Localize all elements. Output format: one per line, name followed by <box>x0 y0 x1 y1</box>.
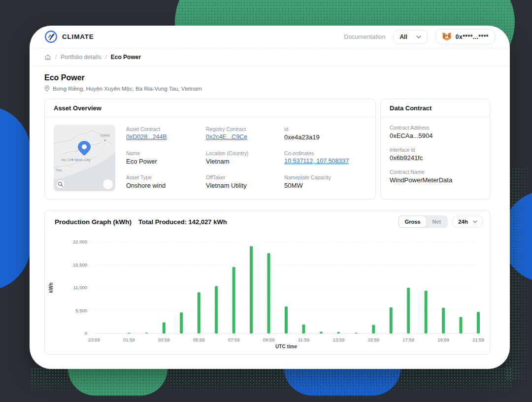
breadcrumb-separator: / <box>55 54 57 61</box>
registry-contract-link[interactable]: 0x2c4E...C9Ce <box>206 134 277 140</box>
asset-overview-body: Dalat Ho Chi Minh City Tho <box>45 118 375 199</box>
decor-blue-blob-left <box>0 106 31 291</box>
overview-row: Asset Overview Dalat <box>44 99 490 200</box>
y-tick-label: 16,500 <box>73 262 87 268</box>
x-tick-label: 23:59 <box>88 337 100 342</box>
gross-net-toggle: Gross Net <box>398 215 448 228</box>
production-graph-header: Production Graph (kWh) Total Produced: 1… <box>45 210 490 232</box>
metamask-fox-icon <box>442 32 452 41</box>
climate-logo-icon <box>44 30 58 43</box>
chart-bar <box>302 324 305 334</box>
x-tick-label: 17:59 <box>402 337 414 342</box>
field-asset-contract: Asset Contract 0xD028...244B <box>126 126 199 143</box>
map-zoom-button[interactable] <box>56 180 65 189</box>
chart-bar <box>285 306 288 334</box>
top-bar: CLIMATE Documentation All <box>30 26 510 48</box>
chart-bar <box>442 308 445 334</box>
brand-name: CLIMATE <box>62 33 94 40</box>
data-contract-title: Data Contract <box>381 99 490 118</box>
breadcrumb-portfolio-details[interactable]: Portfolio details <box>61 54 101 61</box>
field-name: Name Eco Power <box>126 150 199 167</box>
y-tick-label: 11,000 <box>73 285 87 290</box>
asset-overview-title: Asset Overview <box>45 99 375 118</box>
map-label-hcmc: Ho Chi Minh City <box>61 158 91 162</box>
stage: CLIMATE Documentation All <box>0 0 532 402</box>
x-tick-label: 19:59 <box>437 337 449 342</box>
app-panel: CLIMATE Documentation All <box>30 26 510 369</box>
chart-bar <box>407 288 410 334</box>
total-produced-label: Total Produced: 142,027 kWh <box>138 218 227 226</box>
page-title: Eco Power <box>44 73 490 82</box>
coordinates-link[interactable]: 10.537112, 107.508337 <box>284 158 366 165</box>
field-location-country: Location (Country) Vietnam <box>206 150 277 167</box>
page-content: Eco Power Bưng Riềng, Huyện Xuyên Mộc, B… <box>30 67 510 369</box>
field-contract-address: Contract Address 0xECAa...5904 <box>390 125 481 139</box>
field-nameplate-capacity: Nameplate Capacity 50MW <box>284 174 366 191</box>
brand-logo[interactable]: CLIMATE <box>44 30 94 43</box>
x-tick-label: 09:59 <box>263 337 275 342</box>
chart-bar <box>198 292 200 334</box>
field-offtaker: OffTaker Vietnam Utility <box>206 174 277 191</box>
chart-bar <box>180 312 183 334</box>
data-contract-card: Data Contract Contract Address 0xECAa...… <box>380 99 490 200</box>
chart-bar <box>233 267 235 334</box>
chevron-down-icon <box>416 35 421 38</box>
documentation-link[interactable]: Documentation <box>344 34 385 40</box>
x-tick-label: 11:59 <box>298 337 309 342</box>
chart-area: 05,50011,00016,50022,00023:5901:5903:590… <box>45 232 490 354</box>
chart-bar <box>267 253 270 334</box>
top-bar-right: Documentation All <box>344 29 495 44</box>
asset-fields-grid: Asset Contract 0xD028...244B Registry Co… <box>126 125 366 191</box>
chart-bar <box>128 333 131 334</box>
x-tick-label: 13:59 <box>332 337 344 342</box>
chart-bar <box>477 312 480 334</box>
decor-dot-texture <box>31 368 513 393</box>
map-label-tho: Tho <box>55 168 62 172</box>
network-select[interactable]: All <box>393 30 427 44</box>
map-image: Dalat Ho Chi Minh City Tho <box>54 125 115 191</box>
chart-bar <box>460 317 463 334</box>
breadcrumb: / Portfolio details / Eco Power <box>30 48 510 67</box>
asset-location: Bưng Riềng, Huyện Xuyên Mộc, Ba Ria-Vung… <box>44 85 490 92</box>
wallet-button[interactable]: 0x****...**** <box>435 29 495 44</box>
breadcrumb-current: Eco Power <box>111 54 141 61</box>
home-icon[interactable] <box>44 54 51 61</box>
x-tick-label: 21:59 <box>472 337 484 342</box>
time-range-value: 24h <box>458 219 468 225</box>
x-tick-label: 15:59 <box>367 337 379 342</box>
map-label-dalat: Dalat <box>100 133 110 137</box>
y-tick-label: 22,000 <box>73 239 87 244</box>
field-interface-id: interface id 0x6b9241fc <box>390 147 481 162</box>
wallet-address: 0x****...**** <box>456 34 489 40</box>
field-id: id 0xe4a23a19 <box>284 126 366 143</box>
chart-bar <box>163 322 166 334</box>
production-graph-card: Production Graph (kWh) Total Produced: 1… <box>44 210 490 355</box>
toggle-gross[interactable]: Gross <box>399 216 427 227</box>
y-tick-label: 0 <box>85 331 87 336</box>
asset-map-thumbnail[interactable]: Dalat Ho Chi Minh City Tho <box>54 125 115 191</box>
chart-bar <box>215 286 218 334</box>
field-registry-contract: Registry Contract 0x2c4E...C9Ce <box>206 126 277 143</box>
y-tick-label: 5,500 <box>75 308 87 313</box>
chart-bar <box>390 307 393 334</box>
time-range-select[interactable]: 24h <box>453 216 483 228</box>
data-contract-body: Contract Address 0xECAa...5904 interface… <box>381 118 490 191</box>
map-attribution-badge <box>103 179 113 189</box>
asset-location-text: Bưng Riềng, Huyện Xuyên Mộc, Ba Ria-Vung… <box>53 86 202 92</box>
asset-overview-card: Asset Overview Dalat <box>44 99 376 200</box>
field-contract-name: Contract Name WindPowerMeterData <box>390 169 481 184</box>
chevron-down-icon <box>473 220 477 223</box>
toggle-net[interactable]: Net <box>426 216 447 227</box>
field-asset-type: Asset Type Onshore wind <box>126 174 199 191</box>
chart-bar <box>320 332 323 334</box>
chart-bar <box>372 325 375 334</box>
y-axis-title: kWh <box>48 282 54 293</box>
asset-contract-link[interactable]: 0xD028...244B <box>126 134 199 140</box>
breadcrumb-separator: / <box>105 54 106 61</box>
production-controls: Gross Net 24h <box>398 215 483 228</box>
chart-bar <box>145 333 148 334</box>
x-tick-label: 05:59 <box>193 337 205 342</box>
production-chart-svg: 05,50011,00016,50022,00023:5901:5903:590… <box>46 233 487 350</box>
x-axis-title: UTC time <box>275 344 297 349</box>
field-coordinates: Co-ordinates 10.537112, 107.508337 <box>284 150 366 167</box>
